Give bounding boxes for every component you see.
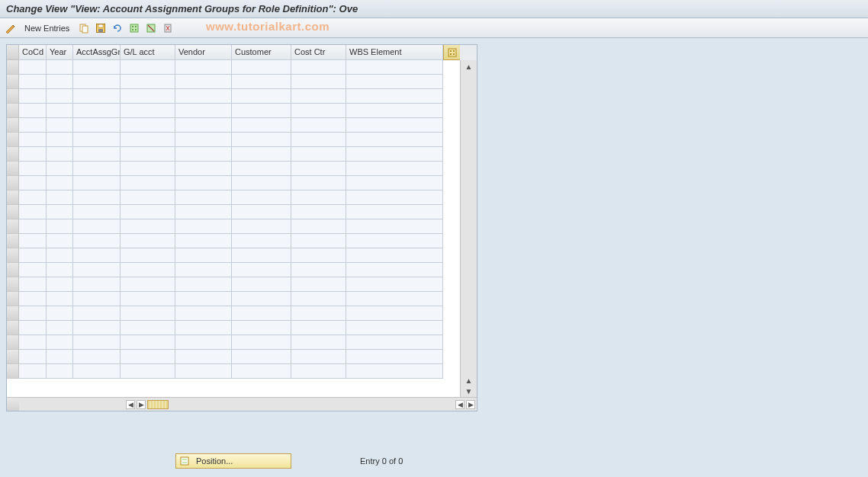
table-cell[interactable] <box>291 89 346 104</box>
row-selector[interactable] <box>7 364 19 379</box>
table-cell[interactable] <box>232 104 291 118</box>
table-cell[interactable] <box>346 162 443 176</box>
delete-icon-button[interactable] <box>161 21 175 35</box>
row-selector[interactable] <box>7 306 19 321</box>
table-cell[interactable] <box>19 75 47 89</box>
row-selector[interactable] <box>7 162 19 176</box>
col-header-vendor[interactable]: Vendor <box>175 45 232 60</box>
row-selector[interactable] <box>7 104 19 118</box>
table-cell[interactable] <box>47 234 73 248</box>
table-cell[interactable] <box>121 350 175 364</box>
col-header-acctassggr[interactable]: AcctAssgGr <box>73 45 121 60</box>
table-cell[interactable] <box>121 321 175 335</box>
col-header-wbselement[interactable]: WBS Element <box>346 45 443 60</box>
scroll-down-icon-2[interactable]: ▼ <box>465 386 474 395</box>
table-cell[interactable] <box>232 277 291 292</box>
table-cell[interactable] <box>121 190 175 205</box>
table-cell[interactable] <box>121 89 175 104</box>
table-cell[interactable] <box>346 89 443 104</box>
table-cell[interactable] <box>291 118 346 133</box>
table-cell[interactable] <box>175 321 232 335</box>
table-cell[interactable] <box>175 219 232 234</box>
table-cell[interactable] <box>73 321 121 335</box>
table-cell[interactable] <box>121 104 175 118</box>
row-selector[interactable] <box>7 190 19 205</box>
table-cell[interactable] <box>175 263 232 277</box>
table-cell[interactable] <box>232 234 291 248</box>
table-cell[interactable] <box>346 190 443 205</box>
table-cell[interactable] <box>47 162 73 176</box>
row-selector[interactable] <box>7 133 19 147</box>
toggle-edit-icon-button[interactable] <box>3 21 17 35</box>
table-cell[interactable] <box>47 60 73 75</box>
table-cell[interactable] <box>19 205 47 219</box>
table-cell[interactable] <box>47 75 73 89</box>
table-cell[interactable] <box>47 292 73 306</box>
vertical-scrollbar[interactable]: ▲ ▲ ▼ <box>460 60 477 397</box>
table-cell[interactable] <box>291 335 346 350</box>
table-cell[interactable] <box>73 118 121 133</box>
table-cell[interactable] <box>121 118 175 133</box>
row-selector[interactable] <box>7 263 19 277</box>
table-cell[interactable] <box>121 335 175 350</box>
table-cell[interactable] <box>73 176 121 190</box>
scroll-up-icon[interactable]: ▲ <box>465 62 474 71</box>
scroll-down-icon[interactable]: ▲ <box>465 376 474 385</box>
col-header-year[interactable]: Year <box>47 45 73 60</box>
table-cell[interactable] <box>47 205 73 219</box>
table-cell[interactable] <box>291 364 346 379</box>
table-cell[interactable] <box>291 292 346 306</box>
table-cell[interactable] <box>73 306 121 321</box>
row-selector[interactable] <box>7 335 19 350</box>
table-cell[interactable] <box>121 248 175 263</box>
table-cell[interactable] <box>47 248 73 263</box>
table-cell[interactable] <box>291 263 346 277</box>
table-cell[interactable] <box>121 147 175 162</box>
table-cell[interactable] <box>73 147 121 162</box>
table-cell[interactable] <box>346 364 443 379</box>
table-cell[interactable] <box>346 147 443 162</box>
table-cell[interactable] <box>346 306 443 321</box>
table-cell[interactable] <box>121 219 175 234</box>
table-cell[interactable] <box>121 162 175 176</box>
table-cell[interactable] <box>73 263 121 277</box>
table-cell[interactable] <box>232 118 291 133</box>
table-cell[interactable] <box>346 219 443 234</box>
table-cell[interactable] <box>346 118 443 133</box>
table-cell[interactable] <box>47 306 73 321</box>
table-cell[interactable] <box>121 205 175 219</box>
table-cell[interactable] <box>232 335 291 350</box>
row-selector[interactable] <box>7 75 19 89</box>
table-cell[interactable] <box>47 133 73 147</box>
deselect-all-icon-button[interactable] <box>144 21 158 35</box>
table-cell[interactable] <box>232 89 291 104</box>
row-selector[interactable] <box>7 277 19 292</box>
table-cell[interactable] <box>232 147 291 162</box>
table-cell[interactable] <box>175 147 232 162</box>
table-cell[interactable] <box>73 89 121 104</box>
table-cell[interactable] <box>232 75 291 89</box>
table-cell[interactable] <box>47 350 73 364</box>
table-cell[interactable] <box>232 306 291 321</box>
table-cell[interactable] <box>291 104 346 118</box>
table-cell[interactable] <box>73 60 121 75</box>
table-cell[interactable] <box>232 219 291 234</box>
table-cell[interactable] <box>175 277 232 292</box>
table-cell[interactable] <box>121 306 175 321</box>
position-button[interactable]: Position... <box>175 453 291 469</box>
table-cell[interactable] <box>291 277 346 292</box>
table-cell[interactable] <box>232 321 291 335</box>
table-cell[interactable] <box>175 190 232 205</box>
table-cell[interactable] <box>19 118 47 133</box>
table-cell[interactable] <box>47 176 73 190</box>
table-cell[interactable] <box>291 75 346 89</box>
scroll-left-end-icon[interactable]: ◀ <box>455 400 465 409</box>
row-selector[interactable] <box>7 234 19 248</box>
table-cell[interactable] <box>19 133 47 147</box>
table-cell[interactable] <box>175 162 232 176</box>
table-cell[interactable] <box>232 176 291 190</box>
table-cell[interactable] <box>232 205 291 219</box>
table-cell[interactable] <box>291 147 346 162</box>
table-cell[interactable] <box>232 248 291 263</box>
table-cell[interactable] <box>232 350 291 364</box>
